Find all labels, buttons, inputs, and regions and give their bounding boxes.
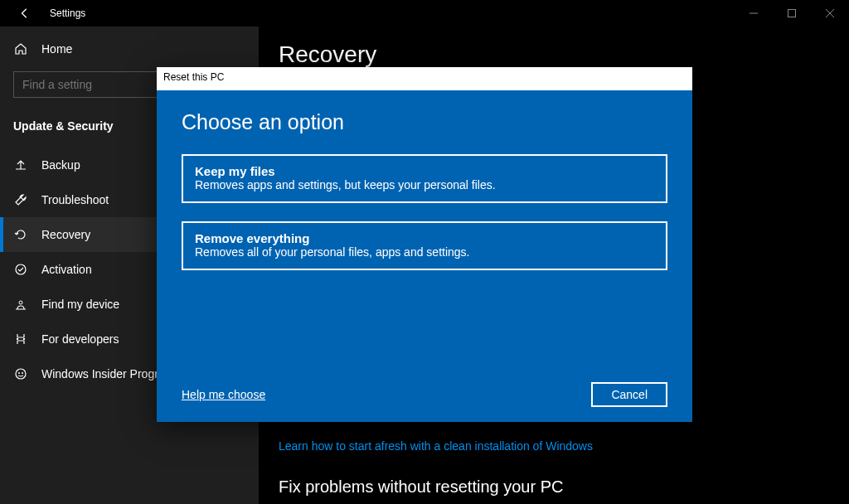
fix-problems-heading: Fix problems without resetting your PC: [279, 477, 829, 497]
activation-icon: [13, 262, 28, 277]
svg-rect-1: [788, 10, 796, 17]
window-controls: [735, 0, 849, 27]
minimize-button[interactable]: [735, 0, 773, 27]
close-button[interactable]: [811, 0, 849, 27]
sidebar-home[interactable]: Home: [0, 33, 259, 65]
titlebar: Settings: [0, 0, 849, 27]
svg-point-6: [17, 338, 18, 340]
sidebar-item-label: Windows Insider Program: [41, 367, 174, 380]
page-title: Recovery: [279, 41, 829, 68]
svg-point-4: [16, 264, 26, 274]
sidebar-item-label: Backup: [41, 158, 80, 172]
svg-point-5: [19, 301, 22, 304]
dialog-body: Choose an option Keep my files Removes a…: [157, 90, 692, 422]
cancel-button[interactable]: Cancel: [591, 382, 667, 407]
sidebar-item-label: Find my device: [41, 298, 119, 311]
insider-icon: [13, 366, 28, 381]
reset-dialog: Reset this PC Choose an option Keep my f…: [157, 67, 692, 422]
backup-icon: [13, 158, 28, 172]
troubleshoot-icon: [13, 192, 28, 207]
recovery-icon: [13, 227, 28, 242]
option-title: Remove everything: [195, 231, 654, 245]
dialog-title: Reset this PC: [157, 67, 692, 90]
option-desc: Removes apps and settings, but keeps you…: [195, 178, 654, 191]
home-icon: [13, 41, 28, 56]
dialog-heading: Choose an option: [182, 110, 667, 134]
sidebar-home-label: Home: [41, 42, 72, 56]
dialog-footer: Help me choose Cancel: [182, 382, 667, 407]
option-desc: Removes all of your personal files, apps…: [195, 245, 654, 259]
option-remove-everything[interactable]: Remove everything Removes all of your pe…: [182, 221, 667, 270]
svg-point-8: [16, 369, 26, 379]
sidebar-item-label: Activation: [41, 263, 92, 276]
find-device-icon: [13, 297, 28, 312]
maximize-button[interactable]: [773, 0, 811, 27]
sidebar-item-label: For developers: [41, 332, 119, 346]
developers-icon: [13, 332, 28, 346]
svg-point-7: [23, 338, 25, 340]
learn-link[interactable]: Learn how to start afresh with a clean i…: [279, 439, 829, 453]
option-title: Keep my files: [195, 164, 654, 178]
svg-point-9: [18, 372, 20, 374]
help-link[interactable]: Help me choose: [182, 388, 265, 401]
sidebar-item-label: Troubleshoot: [41, 193, 109, 206]
sidebar-item-label: Recovery: [41, 228, 90, 241]
back-button[interactable]: [7, 0, 43, 27]
window-title: Settings: [50, 7, 85, 19]
svg-point-10: [22, 372, 23, 374]
option-keep-files[interactable]: Keep my files Removes apps and settings,…: [182, 154, 667, 203]
